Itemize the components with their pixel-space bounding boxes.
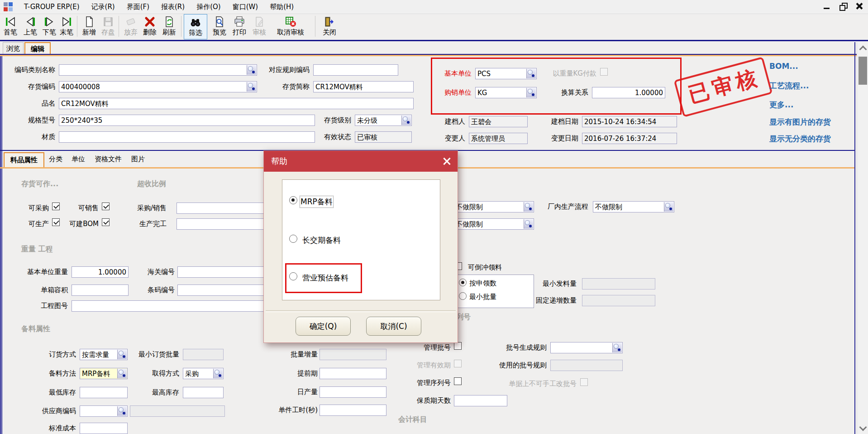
menu-operation[interactable]: 操作(O): [191, 1, 227, 13]
max-stock-field[interactable]: [183, 387, 224, 398]
can-bom-checkbox[interactable]: [102, 218, 110, 226]
manage-serial-checkbox[interactable]: [454, 377, 462, 385]
stock-method-field[interactable]: MRP备料: [80, 368, 128, 379]
manage-batch-checkbox[interactable]: [454, 342, 462, 350]
lead-time-field[interactable]: [320, 368, 386, 379]
base-unit-field[interactable]: PCS: [475, 68, 537, 79]
item-code-field[interactable]: 400400008: [59, 81, 257, 92]
toolbar-prev[interactable]: 上笔: [21, 14, 40, 39]
mrp-stock-option-label[interactable]: MRP备料: [300, 197, 333, 207]
subtab-qualification[interactable]: 资格文件: [91, 152, 126, 167]
sales-forecast-stock-option-label[interactable]: 营业预估备料: [302, 273, 348, 283]
toolbar-refresh[interactable]: 刷新: [159, 14, 179, 39]
sellable-checkbox[interactable]: [102, 203, 110, 210]
lookup-icon[interactable]: [213, 369, 223, 378]
close-icon[interactable]: [854, 2, 864, 11]
lookup-icon[interactable]: [117, 350, 127, 359]
cancel-button[interactable]: 取消(C): [366, 317, 421, 336]
link-bom[interactable]: BOM...: [769, 62, 798, 71]
lookup-icon[interactable]: [524, 202, 533, 212]
level-field[interactable]: 未分级: [355, 115, 412, 126]
lookup-icon[interactable]: [524, 219, 533, 229]
limit1-field[interactable]: 不做限制: [453, 201, 534, 212]
issue-min-batch-radio[interactable]: [459, 292, 467, 300]
purchasable-checkbox[interactable]: [52, 203, 60, 210]
spec-field[interactable]: 250*240*35: [59, 115, 315, 126]
base-unit-weight-field[interactable]: 1.00000: [72, 266, 129, 278]
drawing-no-field[interactable]: [72, 300, 288, 312]
menu-app[interactable]: T-GROUP ERP(E): [18, 1, 86, 12]
lookup-icon[interactable]: [117, 369, 127, 378]
ok-button[interactable]: 确定(Q): [296, 317, 351, 336]
subtab-unit[interactable]: 单位: [68, 152, 89, 167]
lookup-icon[interactable]: [117, 406, 127, 416]
toolbar-preview[interactable]: 预览: [210, 14, 229, 39]
coding-category-label: 编码类别名称: [8, 66, 55, 74]
toolbar-close[interactable]: 关闭: [319, 14, 340, 39]
dialog-close-icon[interactable]: [441, 155, 453, 167]
box-volume-field[interactable]: [72, 285, 129, 296]
lookup-icon[interactable]: [401, 116, 411, 125]
lookup-icon[interactable]: [664, 202, 673, 212]
long-lead-stock-option-label[interactable]: 长交期备料: [302, 235, 341, 246]
supplier-code-field[interactable]: [80, 405, 128, 417]
subtab-item-attr[interactable]: 料品属性: [4, 152, 44, 167]
toolbar-separator-line: [0, 40, 868, 41]
unit-hours-field[interactable]: [320, 405, 386, 416]
lookup-icon[interactable]: [526, 88, 536, 97]
lookup-icon[interactable]: [247, 65, 256, 75]
mrp-stock-radio[interactable]: [289, 196, 297, 204]
toolbar-first[interactable]: 首笔: [1, 14, 20, 39]
link-process-flow[interactable]: 工艺流程...: [769, 81, 809, 91]
restore-icon[interactable]: [838, 2, 848, 11]
toolbar-new[interactable]: 新增: [80, 14, 99, 39]
menu-report[interactable]: 报表(R): [155, 1, 191, 13]
batch-rule-field[interactable]: [550, 342, 623, 353]
order-mode-field[interactable]: 按需求量: [80, 349, 128, 360]
acquire-mode-field[interactable]: 采购: [183, 368, 224, 379]
toolbar-next[interactable]: 下笔: [40, 14, 59, 39]
coding-category-field[interactable]: [59, 64, 257, 76]
lookup-icon[interactable]: [612, 343, 622, 352]
dialog-separator: [266, 310, 456, 312]
conversion-field[interactable]: 1.00000: [592, 87, 665, 98]
lookup-icon[interactable]: [526, 69, 536, 78]
toolbar-cancel-audit[interactable]: 取消审核: [270, 14, 311, 39]
menu-help[interactable]: 帮助(H): [264, 1, 300, 13]
scroll-down-icon[interactable]: [857, 422, 868, 434]
trade-unit-field[interactable]: KG: [475, 87, 537, 98]
item-abbr-field[interactable]: CR12MOV精料: [313, 81, 414, 92]
scroll-up-icon[interactable]: [857, 42, 868, 54]
sales-forecast-stock-radio[interactable]: [289, 272, 297, 280]
tab-browse[interactable]: 浏览: [3, 42, 24, 55]
min-stock-field[interactable]: [80, 387, 128, 398]
toolbar-last[interactable]: 末笔: [57, 14, 76, 39]
toolbar-print[interactable]: 打印: [230, 14, 249, 39]
limit2-field[interactable]: 不做限制: [453, 218, 534, 230]
rule-code-field[interactable]: [313, 64, 398, 76]
menu-interface[interactable]: 界面(F): [121, 1, 155, 13]
link-show-with-images[interactable]: 显示有图片的存货: [769, 117, 831, 127]
link-more[interactable]: 更多...: [769, 100, 793, 110]
toolbar-delete[interactable]: 删除: [140, 14, 159, 39]
issue-by-request-radio[interactable]: [459, 279, 467, 286]
std-cost-field[interactable]: [80, 423, 128, 434]
link-show-unclassified[interactable]: 显示无分类的存货: [769, 134, 831, 144]
subtab-category[interactable]: 分类: [45, 152, 66, 167]
minimize-icon[interactable]: [822, 2, 832, 11]
producible-checkbox[interactable]: [52, 218, 60, 226]
menu-record[interactable]: 记录(R): [86, 1, 121, 13]
product-name-field[interactable]: CR12MOV精料: [59, 98, 414, 109]
menu-window[interactable]: 窗口(W): [227, 1, 264, 13]
lookup-icon[interactable]: [247, 82, 256, 92]
daily-output-field[interactable]: [320, 386, 386, 398]
toolbar-filter[interactable]: 筛选: [184, 14, 207, 39]
lead-time-label: 提前期: [289, 369, 318, 378]
subtab-image[interactable]: 图片: [128, 152, 148, 167]
tab-edit[interactable]: 编辑: [24, 42, 51, 55]
factory-flow-field[interactable]: 不做限制: [593, 201, 674, 212]
scrollbar-thumb[interactable]: [858, 57, 867, 85]
shelf-days-field[interactable]: [454, 395, 507, 406]
material-field[interactable]: [59, 131, 315, 143]
long-lead-stock-radio[interactable]: [289, 235, 297, 243]
